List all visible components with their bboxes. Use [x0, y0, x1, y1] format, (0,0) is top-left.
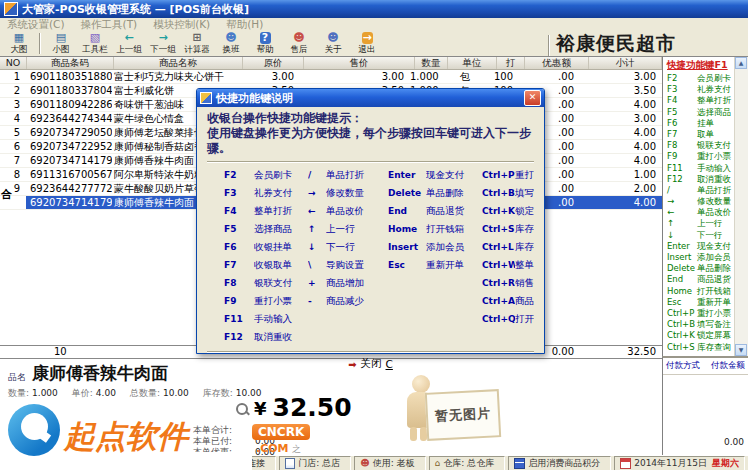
shortcut-sidebar: 快捷功能键F1 F2 会员刷卡 F3 礼券支付 F4 整单打折 F5 选择商品 …	[662, 56, 748, 356]
sidebar-scrollbar[interactable]: ▲ ▼	[734, 57, 748, 356]
current-total-display: ¥ 32.50	[236, 397, 352, 419]
scroll-up-icon[interactable]: ▲	[735, 57, 747, 69]
shortcut-table-row: F8 银联支付 + 商品增加 Ctrl+R 销售明细	[207, 274, 534, 292]
toolbar-button[interactable]: ▤ 小图	[44, 31, 78, 56]
shortcut-table-row: F4 整单打折 ← 单品改价 End 商品退货 Ctrl+K 锁定屏幕	[207, 202, 534, 220]
col-unit: 单位	[448, 57, 497, 69]
shortcut-help-dialog: 快捷功能键说明 ✕ 收银台操作快捷功能键提示： 使用键盘操作更为方便快捷，每个步…	[196, 88, 545, 354]
toolbar-button[interactable]: ? 帮助	[248, 31, 282, 56]
calendar-icon	[620, 458, 631, 469]
mascot-head	[412, 375, 430, 393]
payment-amount-header: 付款金额	[711, 360, 745, 372]
after-sale-icon: ☻	[293, 32, 304, 44]
dialog-title: 快捷功能键说明	[216, 91, 293, 106]
status-segment: 启用消费商品积分	[508, 456, 611, 470]
detail-field: 数量:1.000	[8, 387, 58, 400]
no-image-placeholder: 暂无图片	[400, 371, 502, 453]
store-name: 裕康便民超市	[556, 31, 716, 57]
col-name: 商品名称	[114, 57, 243, 69]
shortcut-table-row: F5 选择商品 ↑ 上一行 Home 打开钱箱 Ctrl+S 库存查询	[207, 220, 534, 238]
dialog-close-icon[interactable]: ✕	[524, 90, 541, 106]
calculator-icon: ⊞	[192, 32, 201, 44]
toolbar-icon: ▧	[90, 32, 100, 44]
toolbar-separator	[39, 33, 41, 54]
shortcut-table: F2 会员刷卡 / 单品打折 Enter 现金支付 Ctrl+P 重打小票 F3…	[207, 166, 534, 346]
next-group-icon: →	[158, 32, 167, 44]
shortcut-table-row: F2 会员刷卡 / 单品打折 Enter 现金支付 Ctrl+P 重打小票	[207, 166, 534, 184]
menu-module-control[interactable]: 模块控制(K)	[153, 18, 210, 32]
current-total-value: 32.50	[273, 397, 352, 419]
menu-system-settings[interactable]: 系统设置(C)	[7, 18, 65, 32]
shortcut-table-row: F9 重打小票 - 商品减少 Ctrl+A 商品入库	[207, 292, 534, 310]
app-icon	[4, 2, 18, 16]
product-name-label: 品名	[8, 371, 26, 384]
menu-help[interactable]: 帮助(H)	[226, 18, 263, 32]
shortcut-table-row: F3 礼券支付 → 修改数量 Delete 单品删除 Ctrl+B 填写备注	[207, 184, 534, 202]
title-bar[interactable]: 大管家-POS收银管理系统 — [POS前台收银]	[0, 0, 748, 18]
toolbar-button[interactable]: ⊞ 计算器	[180, 31, 214, 56]
pos-application-window: 大管家-POS收银管理系统 — [POS前台收银] 系统设置(C) 操作工具(T…	[0, 0, 748, 470]
toolbar-button[interactable]: → 退出	[350, 31, 384, 56]
toolbar-button[interactable]: ▦ 大图	[2, 31, 36, 56]
selected-row-indicator: 合	[1, 187, 12, 202]
currency-symbol: ¥	[254, 398, 267, 419]
help-icon: ?	[260, 32, 271, 44]
large-view-icon: ▦	[14, 32, 24, 44]
menu-bar: 系统设置(C) 操作工具(T) 模块控制(K) 帮助(H)	[0, 18, 748, 31]
toolbar-button[interactable]: ← 上一组	[112, 31, 146, 56]
payment-panel: 付款方式 付款金额 0.00	[662, 356, 748, 455]
detail-field: 单价:4.00	[72, 387, 116, 400]
toolbar-button[interactable]: ☻ 关于	[316, 31, 350, 56]
dialog-intro-line1: 收银台操作快捷功能键提示：	[207, 111, 534, 126]
no-image-text: 暂无图片	[425, 389, 501, 441]
prev-group-icon: ←	[124, 32, 133, 44]
bulb-icon	[234, 459, 244, 469]
status-segment: 2014年11月15日 星期六	[614, 456, 745, 470]
shortcut-table-row: F6 收银挂单 ↓ 下一行 Insert 添加会员 Ctrl+L 库存预警	[207, 238, 534, 256]
toolbar-button[interactable]: ☻ 换班	[214, 31, 248, 56]
menu-operation-tools[interactable]: 操作工具(T)	[81, 18, 138, 32]
col-no: NO	[0, 57, 27, 69]
window-title: 大管家-POS收银管理系统 — [POS前台收银]	[22, 2, 249, 17]
col-original-price: 原价	[243, 57, 304, 69]
dialog-title-bar[interactable]: 快捷功能键说明 ✕	[197, 89, 544, 107]
small-view-icon: ▤	[56, 32, 66, 44]
exit-arrow-icon: ➡	[348, 359, 356, 370]
col-qty: 数量	[415, 57, 448, 69]
payment-method-header: 付款方式	[666, 360, 700, 372]
toolbar-button[interactable]: ▧ 工具栏	[78, 31, 112, 56]
bill-summary-row: 本单已付: 0.00	[193, 436, 281, 447]
scroll-down-icon[interactable]: ▼	[735, 344, 747, 356]
bill-summary-row: 本单合计: 32.50	[193, 425, 281, 436]
toolbar-group-2: ▤ 小图 ▧ 工具栏 ← 上一组 → 下一组 ⊞ 计算器 ☻ 换班	[44, 31, 384, 56]
dialog-intro-line2: 使用键盘操作更为方便快捷，每个步骤按回车键可进入下一步骤。	[207, 126, 534, 156]
col-sale-price: 售价	[304, 57, 415, 69]
col-discount: 打折%	[497, 57, 525, 69]
item-detail-panel: 品名 康师傅香辣牛肉面 数量:1.000单价:4.00总数量:10.00库存数:…	[0, 358, 662, 456]
shortcut-table-row: F12 取消重收	[207, 328, 534, 346]
table-row[interactable]: 1 6901180351880 富士利巧克力味夹心饼干 3.00 3.00 1.…	[0, 70, 662, 84]
product-name-value: 康师傅香辣牛肉面	[32, 362, 168, 385]
col-barcode: 商品条码	[27, 57, 114, 69]
detail-field: 总数量:10.00	[130, 387, 189, 400]
status-segment: 连接	[228, 456, 276, 470]
dialog-close-button[interactable]: ➡ 关闭 C	[207, 356, 534, 372]
status-segments: 连接 门店: 总店 ☻ 使用: 老板 ⌂ 仓库: 总仓库 启用消费商品积分	[228, 456, 748, 470]
shortcut-table-row: F11 手动输入 Ctrl+Q 打开监控	[207, 310, 534, 328]
status-segment: ☻ 使用: 老板	[354, 456, 425, 470]
bill-summary: 本单合计: 32.50 本单已付: 0.00 本单优惠: 0.00	[193, 425, 281, 458]
magnifier-icon[interactable]	[236, 403, 248, 415]
about-icon: ☻	[327, 32, 338, 44]
status-bar: 连接 门店: 总店 ☻ 使用: 老板 ⌂ 仓库: 总仓库 启用消费商品积分	[0, 455, 748, 470]
dialog-icon	[200, 92, 212, 104]
book-icon	[514, 458, 525, 469]
toolbar-button[interactable]: ☻ 售后	[282, 31, 316, 56]
note-icon	[285, 458, 295, 469]
col-coupon: 优惠额	[525, 57, 589, 69]
status-segment: 门店: 总店	[279, 456, 351, 470]
toolbar-button[interactable]: → 下一组	[146, 31, 180, 56]
col-subtotal: 小计	[589, 57, 662, 69]
toolbar-separator-2	[548, 35, 550, 56]
shift-change-icon: ☻	[225, 32, 236, 44]
toolbar-group-1: ▦ 大图	[2, 31, 36, 56]
